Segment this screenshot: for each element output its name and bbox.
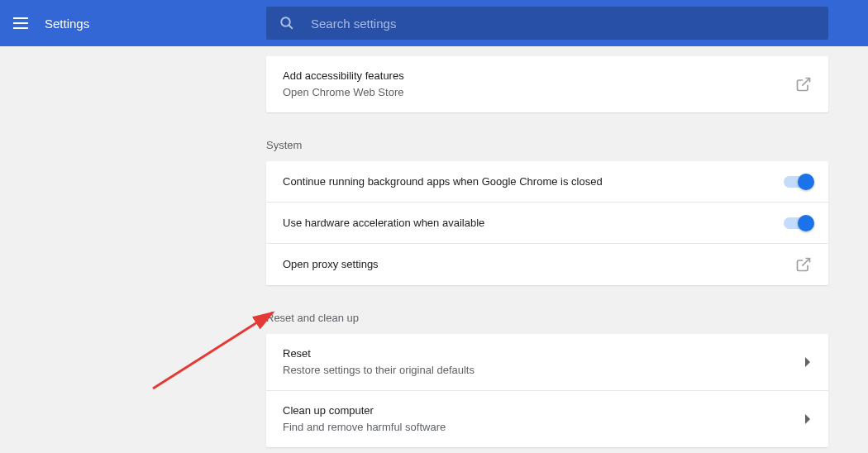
content: Add accessibility features Open Chrome W… — [266, 46, 828, 447]
external-link-icon — [795, 76, 812, 93]
row-text: Reset Restore settings to their original… — [283, 346, 805, 379]
row-text: Add accessibility features Open Chrome W… — [283, 68, 795, 101]
reset-section-title: Reset and clean up — [266, 312, 828, 334]
svg-line-4 — [153, 312, 273, 389]
bg-apps-toggle[interactable] — [784, 176, 812, 188]
menu-icon[interactable] — [13, 17, 28, 29]
hw-accel-row[interactable]: Use hardware acceleration when available — [266, 203, 828, 244]
page-title: Settings — [45, 17, 89, 31]
cleanup-title: Clean up computer — [283, 403, 805, 419]
bg-apps-label: Continue running background apps when Go… — [283, 174, 784, 190]
system-card: Continue running background apps when Go… — [266, 161, 828, 285]
accessibility-card: Add accessibility features Open Chrome W… — [266, 56, 828, 112]
svg-line-1 — [289, 25, 293, 29]
search-input[interactable] — [311, 17, 815, 31]
row-text: Use hardware acceleration when available — [283, 215, 784, 231]
chevron-right-icon — [805, 357, 812, 367]
svg-line-2 — [802, 79, 809, 86]
reset-subtitle: Restore settings to their original defau… — [283, 362, 805, 379]
row-text: Continue running background apps when Go… — [283, 174, 784, 190]
row-text: Clean up computer Find and remove harmfu… — [283, 403, 805, 436]
proxy-row[interactable]: Open proxy settings — [266, 244, 828, 285]
accessibility-row[interactable]: Add accessibility features Open Chrome W… — [266, 56, 828, 112]
chevron-right-icon — [805, 414, 812, 424]
row-text: Open proxy settings — [283, 256, 795, 273]
system-section-title: System — [266, 139, 828, 161]
accessibility-subtitle: Open Chrome Web Store — [283, 84, 795, 101]
cleanup-subtitle: Find and remove harmful software — [283, 419, 805, 436]
header: Settings — [0, 0, 868, 46]
hw-accel-toggle[interactable] — [784, 217, 812, 229]
bg-apps-row[interactable]: Continue running background apps when Go… — [266, 161, 828, 203]
svg-point-0 — [281, 17, 290, 26]
search-bar[interactable] — [266, 7, 828, 40]
reset-title: Reset — [283, 346, 805, 362]
reset-card: Reset Restore settings to their original… — [266, 334, 828, 447]
svg-line-3 — [802, 259, 809, 266]
search-icon — [279, 16, 294, 31]
cleanup-row[interactable]: Clean up computer Find and remove harmfu… — [266, 391, 828, 447]
accessibility-title: Add accessibility features — [283, 68, 795, 84]
proxy-label: Open proxy settings — [283, 256, 795, 273]
hw-accel-label: Use hardware acceleration when available — [283, 215, 784, 231]
reset-row[interactable]: Reset Restore settings to their original… — [266, 334, 828, 391]
external-link-icon — [795, 256, 812, 273]
